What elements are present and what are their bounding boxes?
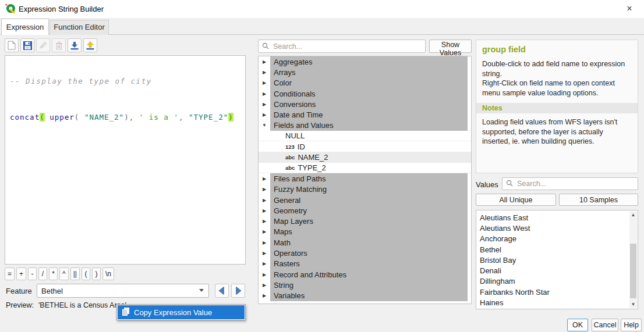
values-search-box [502, 177, 638, 190]
tree-group-conditionals[interactable]: ▶Conditionals [259, 88, 471, 99]
value-item[interactable]: Bristol Bay [476, 255, 638, 265]
tree-group-label: Fuzzy Matching [270, 184, 468, 195]
chevron-collapsed-icon: ▶ [259, 219, 270, 224]
operator-button-x[interactable]: = [5, 267, 15, 280]
123-type-icon: 123 [285, 144, 295, 150]
operator-button-xx[interactable]: || [70, 267, 80, 280]
tab-function-editor[interactable]: Function Editor [49, 20, 109, 35]
tree-group-maps[interactable]: ▶Maps [259, 227, 471, 237]
tree-group-fuzzy-matching[interactable]: ▶Fuzzy Matching [259, 184, 471, 195]
chevron-collapsed-icon: ▶ [259, 283, 270, 288]
tree-group-operators[interactable]: ▶Operators [259, 248, 471, 258]
tree-group-label: Files and Paths [270, 173, 468, 184]
value-item[interactable]: Aleutians East [476, 212, 638, 223]
help-notes-label: Notes [476, 103, 638, 113]
help-body-1: Double-click to add field name to expres… [482, 59, 632, 78]
export-expression-icon[interactable] [83, 38, 97, 52]
operator-button-xn[interactable]: \n [102, 267, 114, 280]
qgis-logo-icon [5, 3, 16, 17]
tree-group-label: Operators [270, 248, 468, 258]
save-expression-icon[interactable] [20, 38, 34, 52]
tree-field-null[interactable]: NULL [259, 131, 471, 141]
scroll-down-icon[interactable]: ▼ [629, 301, 637, 308]
chevron-expanded-icon: ▼ [259, 123, 270, 128]
value-item[interactable]: Aleutians West [476, 223, 638, 233]
operator-button-x[interactable]: + [16, 267, 26, 280]
tree-field-id[interactable]: 123ID [259, 141, 471, 152]
expression-token: ) [228, 113, 233, 122]
value-item[interactable]: Bethel [476, 244, 638, 255]
value-item[interactable]: Dillingham [476, 276, 638, 287]
tree-group-label: Rasters [270, 259, 468, 269]
values-search-input[interactable] [516, 179, 638, 188]
chevron-collapsed-icon: ▶ [259, 176, 270, 181]
tree-group-string[interactable]: ▶String [259, 280, 471, 290]
tree-field-name_2[interactable]: abcNAME_2 [259, 152, 471, 163]
operator-button-x[interactable]: - [28, 267, 37, 280]
scroll-up-icon[interactable]: ▲ [629, 211, 637, 219]
tree-group-geometry[interactable]: ▶Geometry [259, 205, 471, 216]
expression-editor[interactable]: -- Display the type of city concat( uppe… [5, 55, 246, 265]
tree-group-variables[interactable]: ▶Variables [259, 291, 471, 301]
value-item[interactable]: Fairbanks North Star [476, 287, 638, 297]
import-expression-icon[interactable] [68, 38, 82, 52]
value-item[interactable]: Anchorage [476, 234, 638, 244]
function-search-input[interactable] [272, 42, 425, 51]
expression-code-line: concat( upper( "NAME_2"), ' is a ', "TYP… [10, 113, 240, 122]
tree-group-label: Color [270, 78, 468, 88]
tree-group-label: Fields and Values [270, 120, 468, 131]
show-values-button[interactable]: Show Values [429, 40, 472, 53]
value-item[interactable]: Denali [476, 265, 638, 276]
close-icon[interactable]: × [623, 2, 636, 15]
menu-item-copy-expression-value[interactable]: Copy Expression Value [118, 305, 245, 319]
chevron-collapsed-icon: ▶ [259, 80, 270, 85]
tree-field-label: NAME_2 [298, 153, 328, 162]
values-label: Values [476, 180, 498, 189]
tree-group-record-and-attributes[interactable]: ▶Record and Attributes [259, 269, 471, 280]
chevron-collapsed-icon: ▶ [259, 208, 270, 213]
operator-button-x[interactable]: * [49, 267, 58, 280]
samples-button[interactable]: 10 Samples [559, 194, 638, 206]
operator-button-x[interactable]: ^ [59, 267, 69, 280]
tree-group-aggregates[interactable]: ▶Aggregates [259, 56, 471, 67]
expression-token: ), [124, 113, 139, 122]
tree-group-fields-and-values[interactable]: ▼Fields and Values [259, 120, 471, 131]
tab-expression[interactable]: Expression [1, 19, 49, 35]
tree-group-date-and-time[interactable]: ▶Date and Time [259, 109, 471, 120]
tree-group-label: String [270, 280, 468, 290]
tree-group-conversions[interactable]: ▶Conversions [259, 99, 471, 109]
tree-group-map-layers[interactable]: ▶Map Layers [259, 216, 471, 226]
tree-field-type_2[interactable]: abcTYPE_2 [259, 163, 471, 173]
tree-group-arrays[interactable]: ▶Arrays [259, 67, 471, 77]
delete-expression-icon[interactable] [52, 38, 66, 52]
tree-field-label: TYPE_2 [298, 163, 325, 172]
expression-token [45, 113, 50, 122]
tree-group-label: Math [270, 237, 468, 248]
all-unique-button[interactable]: All Unique [476, 194, 556, 206]
scrollbar-thumb[interactable] [630, 244, 636, 298]
operator-button-x[interactable]: / [38, 267, 47, 280]
feature-combobox[interactable]: Bethel [37, 284, 209, 298]
tree-group-general[interactable]: ▶General [259, 195, 471, 205]
expression-token: ' is a ' [139, 113, 179, 122]
cancel-button[interactable]: Cancel [592, 319, 618, 331]
tree-group-files-and-paths[interactable]: ▶Files and Paths [259, 173, 471, 184]
value-item[interactable]: Haines [476, 297, 638, 308]
chevron-collapsed-icon: ▶ [259, 261, 270, 266]
edit-expression-icon[interactable] [36, 38, 50, 52]
chevron-collapsed-icon: ▶ [259, 293, 270, 298]
previous-feature-button[interactable] [215, 284, 229, 298]
help-button[interactable]: Help [621, 319, 642, 331]
tree-group-rasters[interactable]: ▶Rasters [259, 259, 471, 269]
tree-group-label: General [270, 195, 468, 205]
expression-token: ( [75, 113, 84, 122]
expression-comment: -- Display the type of city [10, 77, 240, 85]
operator-button-x[interactable]: ( [82, 267, 90, 280]
tree-group-label: Conversions [270, 99, 468, 109]
next-feature-button[interactable] [231, 284, 245, 298]
ok-button[interactable]: OK [567, 319, 588, 331]
operator-button-x[interactable]: ) [92, 267, 101, 280]
tree-group-math[interactable]: ▶Math [259, 237, 471, 248]
tree-group-color[interactable]: ▶Color [259, 78, 471, 88]
new-expression-icon[interactable] [5, 38, 19, 52]
